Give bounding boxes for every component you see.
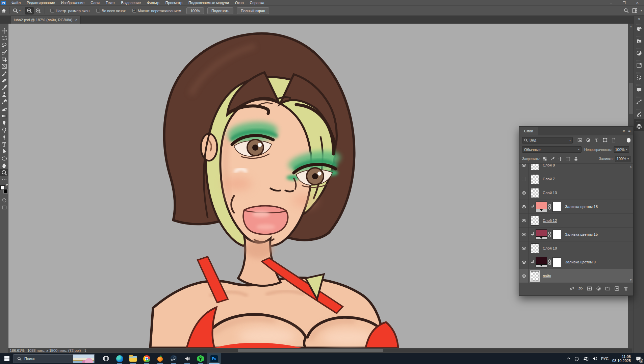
menu-item-7[interactable]: Фильтр [144,0,162,5]
zoom-out-button[interactable] [34,7,43,15]
tab-close-icon[interactable]: × [75,18,78,22]
dock-collapse-icon[interactable]: « [638,16,640,22]
healing-brush-tool[interactable] [0,77,8,84]
hand-tool[interactable] [0,162,8,169]
taskbar-photoshop-icon[interactable]: Ps [207,353,221,364]
document-tab[interactable]: luba2.psd @ 187% (лайн, RGB/8#) × [11,16,81,24]
layer-name[interactable]: Слой 7 [543,177,555,181]
taskbar-fl-studio-icon[interactable] [153,353,167,364]
layer-thumbnail[interactable] [531,164,539,170]
menu-item-5[interactable]: Текст [103,0,118,5]
history-brush-tool[interactable] [0,98,8,105]
color-swatches[interactable]: ⇄ [0,185,8,193]
swap-colors-icon[interactable]: ⇄ [6,183,8,186]
lock-transparency-icon[interactable] [543,157,547,161]
layer-name[interactable]: Слой 8 [543,164,555,167]
taskbar-edge-icon[interactable] [113,353,126,364]
fit-screen-button[interactable]: Подогнать [207,7,233,14]
layer-visibility-eye-icon[interactable] [519,164,529,172]
delete-icon[interactable] [623,286,628,291]
zoom-100-button[interactable]: 100% [186,7,204,14]
layer-visibility-eye-icon[interactable] [519,269,529,283]
layer-visibility-eye-icon[interactable] [519,186,529,200]
layer-thumbnail[interactable] [531,216,539,226]
layer-visibility-eye-icon[interactable] [519,241,529,255]
layer-thumbnail[interactable] [531,174,539,184]
workspace-icon[interactable] [632,8,637,13]
layer-row-заливка-цветом-15[interactable]: Заливка цветом 15 [519,228,633,241]
fx-icon[interactable]: fx▾ [578,286,583,291]
layer-mask-thumbnail[interactable] [552,202,561,212]
layer-row-слой-13[interactable]: Слой 13 [519,186,633,200]
quick-mask-button[interactable] [0,197,8,204]
menu-item-9[interactable]: Подключаемые модули [185,0,232,5]
rect-marquee-tool[interactable] [0,34,8,42]
layer-visibility-eye-icon[interactable] [519,228,529,241]
lasso-tool[interactable] [0,42,8,49]
layer-row-слой-12[interactable]: Слой 12 [519,214,633,228]
maximize-button[interactable]: ❐ [618,0,631,6]
volume-icon[interactable] [592,356,597,361]
layer-visibility-empty[interactable] [519,172,529,186]
layer-visibility-eye-icon[interactable] [519,255,529,269]
lock-pixels-icon[interactable] [550,157,555,161]
horizontal-scrollbar[interactable] [86,348,632,353]
eraser-tool[interactable] [0,105,8,112]
adjustment-icon[interactable] [596,286,601,291]
layer-row-заливка-цветом-9[interactable]: Заливка цветом 9 [519,255,633,269]
network-icon[interactable] [583,356,589,361]
eyedropper-tool[interactable] [0,70,8,77]
shape-tool[interactable] [0,155,8,162]
frame-tool[interactable] [0,63,8,70]
type-tool[interactable] [0,141,8,148]
tablet-mode-icon[interactable] [574,356,579,361]
mask-icon[interactable] [587,286,592,291]
mask-link-icon[interactable] [548,204,551,210]
filter-type-icon[interactable] [594,138,599,142]
fullscreen-button[interactable]: Полный экран [237,7,269,14]
dock-styles-panel-icon[interactable] [634,58,644,70]
checkbox-all-windows[interactable]: Во всех окнах [96,9,126,13]
menu-item-3[interactable]: Изображение [58,0,87,5]
fill-field[interactable]: 100% ▾ [615,156,630,162]
fill-layer-thumbnail[interactable] [536,257,547,267]
dock-color-panel-icon[interactable] [634,22,644,34]
layer-filter-select[interactable]: Вид ▾ [522,137,573,144]
layer-mask-thumbnail[interactable] [552,257,561,267]
layer-name[interactable]: Слой 13 [543,191,557,195]
dock-comments-panel-icon[interactable] [634,82,644,95]
taskbar-audio-app-icon[interactable] [180,353,194,364]
layer-thumbnail[interactable] [531,271,539,281]
foreground-color[interactable] [0,185,5,190]
zoom-in-button[interactable] [25,7,34,15]
layers-list-scrollbar[interactable]: ▲ ▼ [628,164,633,283]
layer-name[interactable]: Заливка цветом 9 [565,260,596,264]
scroll-up-icon[interactable]: ▲ [628,24,634,29]
taskbar-search[interactable]: Поиск [14,354,95,363]
home-icon[interactable] [0,7,7,15]
menu-item-6[interactable]: Выделение [118,0,144,5]
dock-history-panel-icon[interactable] [634,70,644,82]
taskbar-steam-icon[interactable] [167,353,180,364]
mask-link-icon[interactable] [548,232,551,237]
start-button[interactable] [0,353,14,364]
dock-paths-panel-icon[interactable] [634,95,644,107]
language-indicator[interactable]: РУС [601,357,609,361]
layer-row-слой-7[interactable]: Слой 7 [519,172,633,186]
pen-tool[interactable] [0,134,8,141]
tray-expand-icon[interactable] [567,357,571,361]
filter-pixel-icon[interactable] [577,138,582,142]
layers-tab[interactable]: Слои [519,127,538,135]
filter-smart-object-icon[interactable] [611,138,616,142]
search-highlight-image[interactable] [73,355,94,363]
close-button[interactable]: ✕ [631,0,644,6]
dock-adjustments-panel-icon[interactable] [634,46,644,58]
menu-item-11[interactable]: Справка [247,0,267,5]
filter-shape-icon[interactable] [603,138,608,142]
dock-layers-panel-icon[interactable] [634,119,644,131]
chevron-down-icon[interactable]: ▾ [641,9,642,12]
taskbar-chrome-icon[interactable] [140,353,153,364]
dock-libraries-panel-icon[interactable] [634,34,644,46]
panel-menu-icon[interactable]: ≡ [628,128,630,133]
move-tool[interactable] [0,27,8,34]
